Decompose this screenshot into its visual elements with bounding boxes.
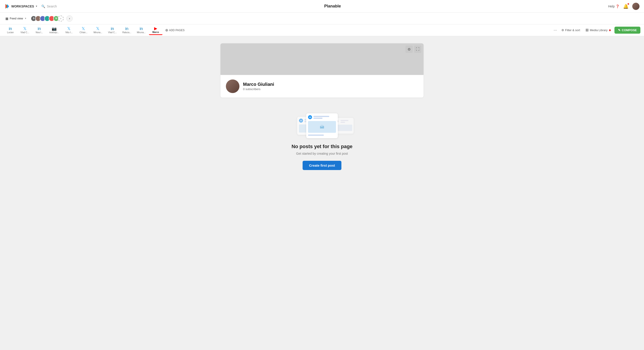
linkedin-icon-3: in — [111, 27, 114, 31]
plus-circle-icon: ⊕ — [165, 28, 168, 32]
page-item-vlad-c[interactable]: 𝕏 Vlad C... — [18, 26, 32, 35]
plus-icon: + — [60, 17, 62, 20]
add-pages-button[interactable]: ⊕ ADD PAGES — [163, 27, 186, 33]
channel-info: Marco Giuliani 0 subscribers — [220, 75, 424, 98]
app-title: Planable — [324, 4, 341, 9]
empty-illustration: JD JD — [297, 111, 347, 138]
page-item-cirian[interactable]: 𝕏 Cîrian... — [77, 26, 90, 35]
sub-navigation: ▦ Feed view ▼ 9 N + ‹ — [0, 13, 644, 24]
channel-subscribers: 0 subscribers — [243, 87, 274, 91]
top-navigation: WORKSPACES ▼ 🔍 Search Planable Help ❓ 🔔 — [0, 0, 644, 13]
pages-actions: ··· ⚙ Filter & sort 🖼 Media Library ✎ CO… — [552, 27, 640, 34]
post-line-main-2 — [314, 118, 322, 119]
post-image-area: 🏔 — [308, 121, 336, 133]
add-member-button[interactable]: + — [58, 16, 64, 22]
channel-name: Marco Giuliani — [243, 82, 274, 87]
nav-right: Help ❓ 🔔 — [608, 3, 640, 10]
channel-avatar — [226, 80, 240, 93]
workspaces-label[interactable]: WORKSPACES — [11, 5, 34, 8]
feed-view-button[interactable]: ▦ Feed view ▼ — [4, 16, 28, 21]
channel-details: Marco Giuliani 0 subscribers — [243, 82, 274, 91]
mountain-icon: 🏔 — [320, 124, 324, 130]
jd-avatar-main: JD — [308, 115, 312, 119]
linkedin-icon-2: in — [38, 27, 41, 31]
notifications-button[interactable]: 🔔 — [623, 4, 629, 9]
twitter-icon: 𝕏 — [23, 27, 27, 31]
member-count-label: 9 — [33, 17, 34, 20]
channel-settings-button[interactable]: ⚙ — [406, 46, 413, 53]
search-placeholder: Search — [47, 5, 57, 8]
page-item-nitu[interactable]: 𝕏 Nitu I... — [62, 26, 76, 35]
user-avatar[interactable] — [632, 3, 640, 10]
chevron-left-icon: ‹ — [69, 17, 70, 20]
chevron-down-icon[interactable]: ▼ — [36, 5, 38, 8]
linkedin-icon-5: in — [140, 27, 143, 31]
post-card-main: JD 🏔 — [306, 113, 338, 138]
page-item-raluca[interactable]: in Raluca... — [120, 26, 134, 35]
twitter-icon-3: 𝕏 — [82, 27, 85, 31]
pages-bar: in Lucian 𝕏 Vlad C... in Noa I... 📷 noal… — [0, 24, 644, 36]
create-first-post-button[interactable]: Create first post — [302, 161, 341, 170]
avatar-image — [632, 3, 640, 10]
expand-icon: ⛶ — [416, 47, 420, 51]
jd-avatar-left: JD — [299, 119, 303, 123]
gear-icon: ⚙ — [408, 47, 411, 52]
filter-sort-button[interactable]: ⚙ Filter & sort — [560, 28, 582, 33]
youtube-icon: ▶ — [154, 27, 157, 31]
post-bottom-line — [308, 135, 324, 136]
channel-avatar-image — [226, 80, 240, 93]
members-group: 9 N + — [32, 16, 64, 22]
channel-expand-button[interactable]: ⛶ — [414, 46, 421, 53]
media-library-button[interactable]: 🖼 Media Library — [584, 28, 613, 33]
grid-icon: ▦ — [6, 17, 8, 20]
page-item-miruna-li[interactable]: in Miruna... — [134, 26, 148, 35]
linkedin-icon: in — [9, 27, 12, 31]
channel-card: ⚙ ⛶ Marco Giuliani 0 subscribers — [220, 43, 424, 98]
compose-label: COMPOSE — [622, 29, 637, 32]
twitter-icon-2: 𝕏 — [67, 27, 71, 31]
empty-state: JD JD — [287, 107, 357, 175]
add-pages-label: ADD PAGES — [169, 29, 184, 32]
app-logo[interactable]: WORKSPACES ▼ — [4, 4, 38, 9]
instagram-icon: 📷 — [52, 27, 57, 31]
twitter-icon-4: 𝕏 — [96, 27, 100, 31]
content-area: ⚙ ⛶ Marco Giuliani 0 subscribers — [0, 36, 644, 350]
page-item-vlad-c2[interactable]: in Vlad C... — [106, 26, 119, 35]
page-item-noaluqu[interactable]: 📷 noaluqu... — [47, 26, 62, 35]
empty-state-title: No posts yet for this page — [292, 144, 352, 150]
help-circle-icon: ❓ — [616, 5, 620, 8]
svg-marker-2 — [7, 4, 9, 9]
pencil-icon: ✎ — [618, 29, 620, 32]
feed-view-label: Feed view — [10, 17, 23, 20]
help-label: Help — [608, 5, 615, 8]
page-item-marco[interactable]: ▶ Marco — [149, 26, 162, 35]
empty-state-subtitle: Get started by creating your first post — [296, 152, 348, 155]
media-library-dot — [609, 29, 611, 31]
page-item-lucian[interactable]: in Lucian — [4, 26, 17, 35]
compose-button[interactable]: ✎ COMPOSE — [614, 27, 640, 34]
channel-settings: ⚙ ⛶ — [406, 46, 421, 53]
search-icon: 🔍 — [41, 5, 45, 8]
page-item-noa[interactable]: in Noa I... — [32, 26, 46, 35]
filter-icon: ⚙ — [562, 29, 564, 32]
media-library-label: Media Library — [590, 29, 608, 32]
page-item-miruna-tw[interactable]: 𝕏 Miruna... — [91, 26, 105, 35]
notification-badge — [627, 3, 629, 5]
filter-sort-label: Filter & sort — [565, 29, 580, 32]
linkedin-icon-4: in — [125, 27, 128, 31]
media-library-icon: 🖼 — [586, 29, 588, 32]
nav-left: WORKSPACES ▼ 🔍 Search — [4, 4, 57, 9]
channel-banner: ⚙ ⛶ — [220, 43, 424, 75]
more-options-button[interactable]: ··· — [552, 27, 558, 34]
help-button[interactable]: Help ❓ — [608, 5, 620, 8]
post-line-main-1 — [314, 116, 329, 117]
chevron-down-icon: ▼ — [24, 17, 27, 20]
search-bar[interactable]: 🔍 Search — [41, 5, 57, 8]
main-content: ⚙ ⛶ Marco Giuliani 0 subscribers — [0, 36, 644, 182]
logo-icon — [4, 4, 10, 9]
collapse-nav-button[interactable]: ‹ — [66, 15, 73, 22]
